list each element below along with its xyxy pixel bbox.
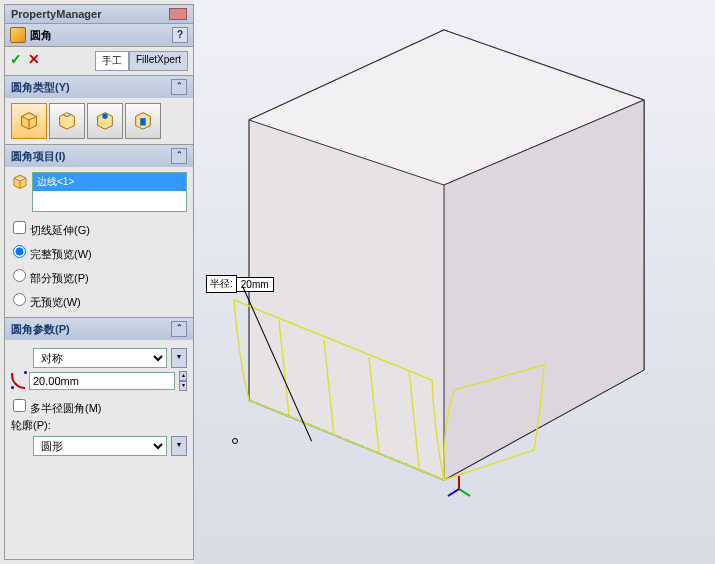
radius-input[interactable] — [29, 372, 175, 390]
symmetry-select[interactable]: 对称 — [33, 348, 167, 368]
pm-title: PropertyManager — [11, 8, 165, 20]
section-params-header[interactable]: 圆角参数(P) ⌃ — [5, 318, 193, 340]
section-type-header[interactable]: 圆角类型(Y) ⌃ — [5, 76, 193, 98]
preview-partial-radio[interactable]: 部分预览(P) — [11, 264, 187, 288]
profile-label: 轮廓(P): — [11, 418, 187, 433]
help-button[interactable]: ? — [172, 27, 188, 43]
selection-list[interactable]: 边线<1> — [32, 172, 187, 212]
profile-select[interactable]: 圆形 — [33, 436, 167, 456]
svg-line-11 — [459, 489, 470, 496]
radius-callout[interactable]: 半径: 20mm — [206, 275, 274, 293]
svg-point-0 — [102, 113, 108, 119]
type-full-round[interactable] — [125, 103, 161, 139]
spin-up-icon[interactable]: ▴ — [179, 371, 187, 381]
selection-icon — [11, 172, 29, 190]
feature-titlebar: 圆角 ? — [5, 24, 193, 47]
type-face-fillet[interactable] — [87, 103, 123, 139]
section-items-header[interactable]: 圆角项目(I) ⌃ — [5, 145, 193, 167]
svg-rect-1 — [140, 118, 146, 125]
feature-name: 圆角 — [30, 28, 52, 43]
dropdown-icon[interactable]: ▾ — [171, 436, 187, 456]
svg-line-12 — [448, 489, 459, 496]
list-item[interactable]: 边线<1> — [33, 173, 186, 191]
radius-icon — [11, 373, 25, 389]
cancel-button[interactable]: ✕ — [28, 51, 40, 71]
type-variable-radius[interactable] — [49, 103, 85, 139]
tangent-prop-checkbox[interactable]: 切线延伸(G) — [11, 216, 187, 240]
graphics-viewport[interactable]: 半径: 20mm — [194, 0, 715, 564]
ok-button[interactable]: ✓ — [10, 51, 22, 71]
chevron-up-icon[interactable]: ⌃ — [171, 148, 187, 164]
pushpin-icon[interactable] — [169, 8, 187, 20]
tab-manual[interactable]: 手工 — [95, 51, 129, 71]
preview-full-radio[interactable]: 完整预览(W) — [11, 240, 187, 264]
type-constant-radius[interactable] — [11, 103, 47, 139]
multi-radius-checkbox[interactable]: 多半径圆角(M) — [11, 394, 187, 418]
pm-header: PropertyManager — [5, 5, 193, 24]
spin-down-icon[interactable]: ▾ — [179, 381, 187, 391]
mode-tabs: 手工 FilletXpert — [95, 51, 188, 71]
tab-filletxpert[interactable]: FilletXpert — [129, 51, 188, 71]
preview-none-radio[interactable]: 无预览(W) — [11, 288, 187, 312]
chevron-up-icon[interactable]: ⌃ — [171, 321, 187, 337]
dropdown-icon[interactable]: ▾ — [171, 348, 187, 368]
chevron-up-icon[interactable]: ⌃ — [171, 79, 187, 95]
fillet-icon — [10, 27, 26, 43]
callout-anchor — [232, 438, 238, 444]
origin-triad-icon — [444, 474, 474, 504]
